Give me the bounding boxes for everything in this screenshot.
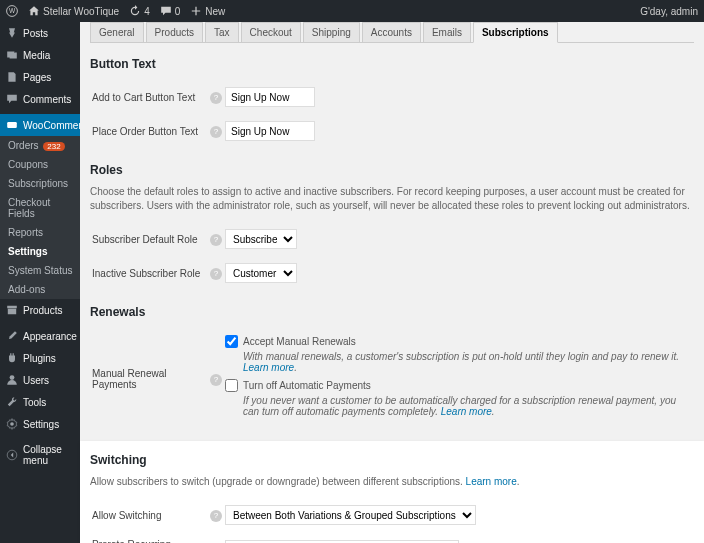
help-icon[interactable]: ? [210,126,222,138]
menu-plugins[interactable]: Plugins [0,347,80,369]
my-account[interactable]: G'day, admin [640,6,698,17]
svg-point-3 [10,375,15,380]
user-icon [6,374,18,386]
svg-point-4 [10,422,14,426]
tab-shipping[interactable]: Shipping [303,22,360,42]
update-icon [129,5,141,17]
accept-manual-note: With manual renewals, a customer's subsc… [243,351,679,362]
roles-heading: Roles [90,163,694,177]
menu-woocommerce[interactable]: WooCommerce [0,114,80,136]
tab-tax[interactable]: Tax [205,22,239,42]
help-icon[interactable]: ? [210,374,222,386]
help-icon[interactable]: ? [210,510,222,522]
learn-more-link[interactable]: Learn more [466,476,517,487]
new-content[interactable]: New [190,5,225,17]
place-order-label: Place Order Button Text [92,115,207,147]
default-role-select[interactable]: Subscriber [225,229,297,249]
woocommerce-submenu: Orders 232 Coupons Subscriptions Checkou… [0,136,80,299]
menu-appearance[interactable]: Appearance [0,325,80,347]
archive-icon [6,304,18,316]
woocommerce-icon [6,119,18,131]
menu-media[interactable]: Media [0,44,80,66]
menu-products[interactable]: Products [0,299,80,321]
turnoff-auto-label: Turn off Automatic Payments [243,380,371,391]
admin-bar: W Stellar WooTique 4 0 New G'day, admin [0,0,704,22]
turnoff-auto-checkbox[interactable] [225,379,238,392]
button-text-heading: Button Text [90,57,694,71]
add-to-cart-input[interactable] [225,87,315,107]
tab-products[interactable]: Products [146,22,203,42]
svg-text:W: W [9,7,16,14]
updates[interactable]: 4 [129,5,150,17]
submenu-coupons[interactable]: Coupons [0,155,80,174]
settings-tabs: General Products Tax Checkout Shipping A… [90,22,694,43]
switching-desc: Allow subscribers to switch (upgrade or … [90,476,463,487]
tab-checkout[interactable]: Checkout [241,22,301,42]
collapse-icon [6,449,18,461]
tab-emails[interactable]: Emails [423,22,471,42]
submenu-reports[interactable]: Reports [0,223,80,242]
comment-icon [160,5,172,17]
plug-icon [6,352,18,364]
menu-settings[interactable]: Settings [0,413,80,435]
submenu-checkout-fields[interactable]: Checkout Fields [0,193,80,223]
svg-rect-2 [7,122,17,128]
menu-pages[interactable]: Pages [0,66,80,88]
comment-icon [6,93,18,105]
prorate-recurring-label: Prorate Recurring Payment [92,533,207,543]
help-icon[interactable]: ? [210,234,222,246]
inactive-role-label: Inactive Subscriber Role [92,257,207,289]
accept-manual-checkbox[interactable] [225,335,238,348]
roles-desc: Choose the default roles to assign to ac… [90,185,694,213]
tab-subscriptions[interactable]: Subscriptions [473,22,558,43]
gear-icon [6,418,18,430]
page-icon [6,71,18,83]
switching-section: Switching Allow subscribers to switch (u… [80,441,704,543]
menu-tools[interactable]: Tools [0,391,80,413]
plus-icon [190,5,202,17]
default-role-label: Subscriber Default Role [92,223,207,255]
menu-users[interactable]: Users [0,369,80,391]
submenu-system-status[interactable]: System Status [0,261,80,280]
allow-switching-label: Allow Switching [92,499,207,531]
tab-accounts[interactable]: Accounts [362,22,421,42]
submenu-subscriptions[interactable]: Subscriptions [0,174,80,193]
brush-icon [6,330,18,342]
add-to-cart-label: Add to Cart Button Text [92,81,207,113]
place-order-input[interactable] [225,121,315,141]
media-icon [6,49,18,61]
submenu-orders[interactable]: Orders 232 [0,136,80,155]
learn-more-link[interactable]: Learn more [243,362,294,373]
switching-heading: Switching [90,453,694,467]
wrench-icon [6,396,18,408]
pin-icon [6,27,18,39]
settings-content: General Products Tax Checkout Shipping A… [80,22,704,543]
submenu-settings[interactable]: Settings [0,242,80,261]
tab-general[interactable]: General [90,22,144,42]
menu-posts[interactable]: Posts [0,22,80,44]
collapse-menu[interactable]: Collapse menu [0,439,80,471]
comments-count[interactable]: 0 [160,5,181,17]
admin-sidebar: Posts Media Pages Comments WooCommerce O… [0,22,80,543]
wp-logo[interactable]: W [6,5,18,17]
site-name[interactable]: Stellar WooTique [28,5,119,17]
accept-manual-label: Accept Manual Renewals [243,336,356,347]
help-icon[interactable]: ? [210,92,222,104]
learn-more-link[interactable]: Learn more [441,406,492,417]
manual-renewal-label: Manual Renewal Payments [92,329,207,429]
inactive-role-select[interactable]: Customer [225,263,297,283]
allow-switching-select[interactable]: Between Both Variations & Grouped Subscr… [225,505,476,525]
submenu-addons[interactable]: Add-ons [0,280,80,299]
help-icon[interactable]: ? [210,268,222,280]
renewals-heading: Renewals [90,305,694,319]
orders-badge: 232 [43,142,64,151]
menu-comments[interactable]: Comments [0,88,80,110]
home-icon [28,5,40,17]
